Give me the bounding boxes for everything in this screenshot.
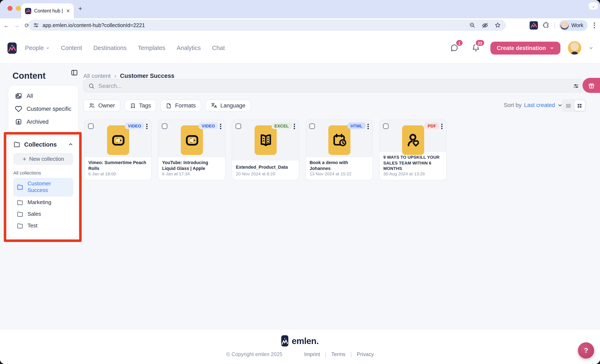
eye-off-icon[interactable]	[482, 22, 488, 28]
person-heart-thumbnail-icon	[402, 125, 424, 155]
emlen-favicon	[25, 8, 31, 14]
card-title[interactable]: YouTube: Introducing Liquid Glass | Appl…	[162, 160, 221, 171]
close-window-button[interactable]	[8, 6, 12, 11]
footer-brand: emlen.	[0, 335, 600, 346]
card-checkbox[interactable]	[162, 123, 168, 129]
grid-view-button[interactable]	[574, 100, 585, 111]
breadcrumb-all-content[interactable]: All content	[83, 73, 111, 79]
heart-icon	[15, 105, 22, 112]
nav-content[interactable]: Content	[61, 45, 82, 51]
minimize-window-button[interactable]	[16, 6, 21, 11]
collection-item-test[interactable]: Test	[13, 220, 73, 231]
nav-analytics[interactable]: Analytics	[177, 45, 201, 51]
footer-brand-name: emlen.	[292, 336, 319, 346]
content-card-pdf[interactable]: PDF 9 WAYS TO UPSKILL YOUR SALES TEAM WI…	[379, 119, 447, 180]
content-card-vimeo[interactable]: VIDEO Vimeo: Summertime Peach Rolls 6 Ja…	[84, 119, 152, 180]
notifications-button[interactable]: 23	[469, 41, 483, 55]
card-checkbox[interactable]	[309, 123, 315, 129]
browser-menu-icon[interactable]	[592, 22, 597, 28]
extensions-puzzle-icon[interactable]	[543, 22, 550, 29]
collections-header[interactable]: Collections	[13, 141, 73, 148]
view-toggle	[562, 99, 586, 112]
gift-icon	[588, 82, 595, 89]
card-thumbnail: PDF	[380, 120, 446, 152]
collapse-sidebar-icon[interactable]	[71, 69, 78, 76]
folder-icon	[17, 222, 23, 229]
gift-promo-button[interactable]	[582, 78, 600, 93]
footer-link-imprint[interactable]: Imprint	[304, 352, 320, 357]
back-button[interactable]: ←	[2, 22, 10, 28]
search-input[interactable]	[98, 82, 569, 89]
advanced-filters-icon[interactable]	[573, 83, 579, 89]
app-header: People Content Destinations Templates An…	[0, 32, 600, 64]
card-title[interactable]: Book a demo with Johannes	[309, 160, 369, 171]
collection-item-customer-success[interactable]: Customer Success	[13, 178, 73, 196]
filter-owner-button[interactable]: Owner	[83, 100, 121, 112]
messages-button[interactable]: 1	[447, 41, 461, 55]
bookmark-star-icon[interactable]	[495, 22, 501, 28]
card-title[interactable]: Vimeo: Summertime Peach Rolls	[88, 160, 148, 171]
browser-profile-chip[interactable]: Work	[559, 20, 588, 31]
address-bar[interactable]: app.emlen.io/content-hub?collectionId=22…	[28, 19, 506, 31]
card-menu-icon[interactable]	[440, 123, 444, 130]
sidebar-item-archived[interactable]: Archived	[8, 115, 78, 128]
collection-item-sales[interactable]: Sales	[13, 208, 73, 220]
browser-window: Content hub | emlen ✕ + ⌄ ← → ⟳ app.emle…	[0, 0, 600, 364]
format-badge: HTML	[348, 122, 366, 129]
collection-item-marketing[interactable]: Marketing	[13, 196, 73, 208]
footer-link-terms[interactable]: Terms	[331, 352, 346, 357]
new-collection-button[interactable]: + New collection	[13, 153, 73, 165]
help-button[interactable]: ?	[578, 342, 594, 359]
nav-people[interactable]: People	[25, 45, 50, 51]
browser-tab[interactable]: Content hub | emlen ✕	[21, 3, 74, 18]
sidebar-item-all[interactable]: All	[8, 90, 78, 102]
nav-chat[interactable]: Chat	[212, 45, 225, 51]
video-thumbnail-icon	[107, 125, 129, 155]
format-badge: VIDEO	[125, 122, 144, 129]
breadcrumb-chevron-icon: ›	[114, 73, 116, 79]
tab-close-icon[interactable]: ✕	[66, 8, 70, 14]
nav-destinations[interactable]: Destinations	[93, 45, 127, 51]
emlen-logo[interactable]	[8, 43, 17, 54]
tab-search-chevron-icon[interactable]: ⌄	[589, 2, 598, 9]
emlen-extension-icon[interactable]	[530, 21, 538, 29]
plus-icon: +	[22, 156, 26, 162]
card-title[interactable]: Extended_Product_Data	[236, 163, 295, 171]
content-card-excel[interactable]: EXCEL Extended_Product_Data 20 Nov 2024 …	[232, 119, 299, 180]
site-info-icon[interactable]	[33, 22, 39, 28]
sidebar-item-customer-specific[interactable]: Customer specific	[8, 102, 78, 115]
filter-tags-button[interactable]: Tags	[125, 100, 157, 112]
nav-templates[interactable]: Templates	[138, 45, 165, 51]
footer-link-privacy[interactable]: Privacy	[357, 352, 374, 357]
filter-row: Owner Tags Formats Language	[83, 100, 251, 112]
calendar-thumbnail-icon	[328, 125, 350, 155]
filter-language-button[interactable]: Language	[206, 100, 251, 112]
card-checkbox[interactable]	[88, 123, 94, 129]
card-checkbox[interactable]	[383, 123, 389, 129]
card-title[interactable]: 9 WAYS TO UPSKILL YOUR SALES TEAM WITHIN…	[383, 155, 442, 171]
toolbar-divider	[554, 22, 554, 28]
card-checkbox[interactable]	[235, 123, 241, 129]
chevron-down-icon	[46, 46, 50, 50]
filter-formats-button[interactable]: Formats	[161, 100, 201, 112]
zoom-out-icon[interactable]	[469, 22, 475, 28]
content-card-demo[interactable]: HTML Book a demo with Johannes 13 Nov 20…	[305, 119, 373, 180]
search-bar[interactable]	[83, 79, 584, 92]
card-menu-icon[interactable]	[145, 123, 149, 130]
content-card-youtube[interactable]: VIDEO YouTube: Introducing Liquid Glass …	[158, 119, 225, 180]
messages-count-badge: 1	[455, 39, 464, 47]
new-tab-button[interactable]: +	[78, 5, 82, 12]
account-chevron-icon[interactable]	[589, 46, 593, 50]
chevron-up-icon[interactable]	[68, 142, 73, 147]
forward-button[interactable]: →	[12, 22, 21, 28]
library-panel: All Customer specific Archived	[8, 85, 79, 133]
list-view-button[interactable]	[563, 100, 573, 111]
card-menu-icon[interactable]	[218, 123, 223, 130]
user-avatar[interactable]	[568, 41, 581, 55]
card-menu-icon[interactable]	[366, 123, 370, 130]
sort-value[interactable]: Last created	[524, 102, 555, 108]
card-menu-icon[interactable]	[292, 123, 297, 130]
url-text[interactable]: app.emlen.io/content-hub?collectionId=22…	[43, 22, 465, 28]
create-destination-button[interactable]: Create destination	[490, 41, 560, 54]
sort-control[interactable]: Sort by Last created	[504, 102, 562, 108]
